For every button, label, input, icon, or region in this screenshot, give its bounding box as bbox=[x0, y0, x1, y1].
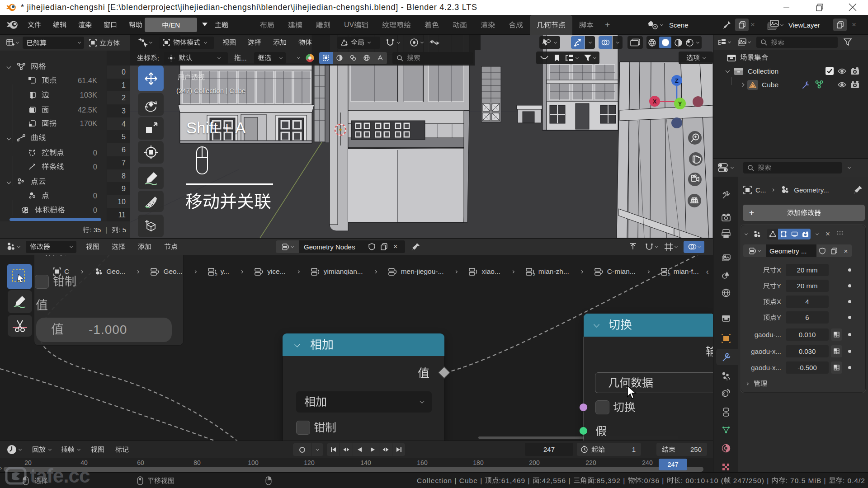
svg-text:Z: Z bbox=[675, 77, 679, 84]
svg-text:2: 2 bbox=[215, 272, 217, 276]
svg-text:25: 25 bbox=[668, 272, 670, 276]
svg-text:2: 2 bbox=[533, 272, 535, 276]
svg-text:X: X bbox=[653, 98, 657, 105]
svg-text:Y: Y bbox=[678, 100, 682, 107]
